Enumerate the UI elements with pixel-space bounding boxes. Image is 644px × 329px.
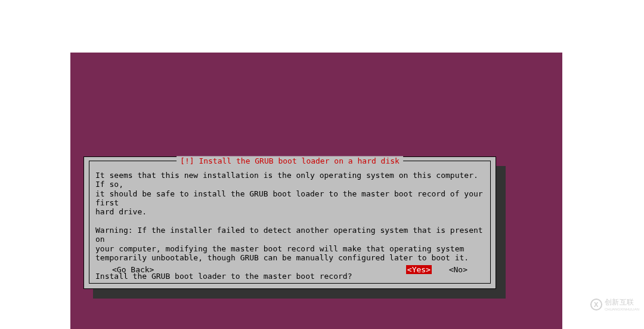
dialog-body-text: It seems that this new installation is t… [95,171,484,281]
yes-button[interactable]: <Yes> [406,265,432,274]
watermark-text: 创新互联 [605,298,634,306]
watermark-logo-icon: X [590,299,602,310]
dialog-paragraph-1: It seems that this new installation is t… [95,171,487,216]
watermark-text-wrap: 创新互联 CHUANGXINHULIAN [605,297,639,311]
dialog-frame: [!] Install the GRUB boot loader on a ha… [89,161,491,284]
dialog-button-row: <Go Back> <Yes> <No> [89,265,490,276]
watermark: X 创新互联 CHUANGXINHULIAN [590,297,639,311]
dialog-paragraph-2: Warning: If the installer failed to dete… [95,226,487,262]
grub-install-dialog: [!] Install the GRUB boot loader on a ha… [83,156,496,289]
dialog-title: [!] Install the GRUB boot loader on a ha… [177,156,403,165]
no-button[interactable]: <No> [448,265,469,274]
go-back-button[interactable]: <Go Back> [111,265,155,274]
watermark-subtext: CHUANGXINHULIAN [605,308,639,311]
